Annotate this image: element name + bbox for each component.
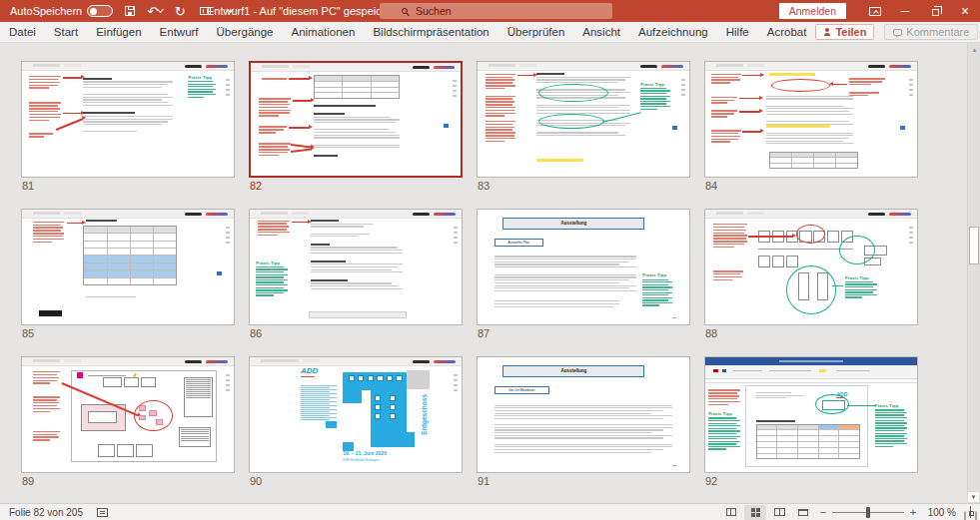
autosave-label: AutoSpeichern bbox=[10, 5, 82, 17]
slide-cell-88[interactable]: Praxis Tipp 88 bbox=[704, 209, 918, 340]
slide-thumbnail-81[interactable]: Praxis Tipp bbox=[21, 61, 235, 178]
slide-thumbnail-82[interactable] bbox=[249, 61, 463, 178]
ribbon-display-options-button[interactable] bbox=[860, 0, 890, 22]
scrollbar-thumb[interactable] bbox=[969, 227, 979, 264]
fit-to-window-button[interactable] bbox=[964, 506, 976, 518]
slide-number: 82 bbox=[249, 180, 463, 192]
scrollbar-up-icon[interactable]: ▲ bbox=[968, 43, 980, 56]
red-arrow bbox=[739, 98, 760, 100]
red-arrow bbox=[291, 149, 312, 153]
tab-entwurf[interactable]: Entwurf bbox=[151, 22, 208, 43]
minimize-button[interactable]: ─ bbox=[890, 0, 920, 22]
praxis-tipp-label: Praxis Tipp bbox=[845, 275, 877, 280]
slide-cell-87[interactable]: Ausstellung Aussteller-Plan Praxis Tipp … bbox=[477, 209, 690, 340]
slide-cell-82[interactable]: 82 bbox=[249, 61, 463, 193]
slide-thumbnail-90[interactable]: ADD bbox=[249, 356, 463, 473]
slide-number: 81 bbox=[21, 180, 235, 192]
red-arrow bbox=[63, 77, 82, 79]
zoom-out-button[interactable]: − bbox=[816, 505, 830, 520]
undo-dropdown-icon[interactable] bbox=[157, 6, 164, 13]
reading-view-button[interactable] bbox=[768, 505, 790, 520]
comments-button[interactable]: Kommentare bbox=[884, 24, 978, 40]
side-icon-strip bbox=[454, 371, 458, 394]
slide-cell-89[interactable]: 89 bbox=[21, 356, 235, 488]
slide-cell-84[interactable]: 84 bbox=[704, 61, 918, 193]
autosave-toggle[interactable]: AutoSpeichern bbox=[10, 5, 113, 17]
slide-thumbnail-84[interactable] bbox=[704, 61, 918, 178]
ausstellung-label: Ausstellung bbox=[561, 221, 587, 226]
slide-sorter-view-button[interactable] bbox=[744, 505, 766, 520]
zoom-slider[interactable] bbox=[832, 505, 904, 520]
undo-button[interactable]: ↶ bbox=[147, 3, 163, 19]
save-button[interactable] bbox=[122, 3, 138, 19]
slide-thumbnail-91[interactable]: Ausstellung Vor-Ort-Mitarbeiter bbox=[477, 356, 690, 473]
slide-cell-86[interactable]: Praxis Tipp 86 bbox=[249, 209, 463, 340]
booth-square bbox=[390, 404, 396, 410]
share-icon bbox=[823, 28, 831, 36]
slide-thumbnail-87[interactable]: Ausstellung Aussteller-Plan Praxis Tipp bbox=[477, 209, 690, 325]
sign-in-button[interactable]: Anmelden bbox=[779, 3, 846, 19]
tab-bildschirmpraesentation[interactable]: Bildschirmpräsentation bbox=[364, 22, 497, 43]
side-icon-strip bbox=[226, 76, 230, 99]
slide-cell-83[interactable]: Praxis Tipp 83 bbox=[477, 61, 690, 193]
slide-thumbnail-85[interactable] bbox=[21, 209, 235, 325]
slide-thumbnail-89[interactable] bbox=[21, 356, 235, 473]
tab-animationen[interactable]: Animationen bbox=[282, 22, 364, 43]
notes-button[interactable] bbox=[97, 508, 108, 517]
search-input[interactable]: Suchen bbox=[380, 3, 612, 19]
document-text bbox=[494, 442, 672, 454]
event-date: 19. – 21. Juni 2025 bbox=[343, 450, 387, 456]
tab-ansicht[interactable]: Ansicht bbox=[573, 22, 629, 43]
tab-acrobat[interactable]: Acrobat bbox=[758, 22, 816, 43]
slide-number: 86 bbox=[249, 327, 463, 339]
share-button[interactable]: Teilen bbox=[815, 24, 874, 40]
slide-thumbnail-88[interactable]: Praxis Tipp bbox=[704, 209, 918, 325]
zoom-slider-handle[interactable] bbox=[866, 507, 870, 518]
legend-box bbox=[184, 377, 213, 417]
slide-cell-91[interactable]: Ausstellung Vor-Ort-Mitarbeiter 91 bbox=[477, 356, 690, 488]
red-annotation bbox=[29, 132, 52, 139]
autosave-switch-icon[interactable] bbox=[87, 5, 113, 17]
reading-view-icon bbox=[774, 508, 785, 516]
slide-sorter-canvas: Praxis Tipp 81 bbox=[0, 43, 980, 503]
tab-datei[interactable]: Datei bbox=[0, 22, 45, 43]
slide-number: 84 bbox=[704, 180, 918, 192]
comments-label: Kommentare bbox=[906, 26, 969, 38]
word-title-bar bbox=[705, 357, 917, 365]
restore-button[interactable] bbox=[920, 0, 950, 22]
normal-view-button[interactable] bbox=[720, 505, 742, 520]
filmstrip-selected-marker bbox=[444, 124, 449, 128]
room-box bbox=[136, 444, 153, 457]
room-box bbox=[103, 377, 122, 387]
slide-thumbnail-92[interactable]: Praxis Tipp Praxis Tipp ADD bbox=[704, 356, 918, 473]
tab-aufzeichnung[interactable]: Aufzeichnung bbox=[629, 22, 717, 43]
close-button[interactable]: × bbox=[950, 0, 980, 22]
slide-thumbnail-83[interactable]: Praxis Tipp bbox=[477, 61, 690, 178]
slideshow-view-button[interactable] bbox=[792, 505, 814, 520]
green-tip: Praxis Tipp bbox=[642, 272, 672, 307]
redo-button[interactable]: ↻ bbox=[172, 3, 188, 19]
slide-cell-92[interactable]: Praxis Tipp Praxis Tipp ADD bbox=[704, 356, 918, 488]
booth-box bbox=[786, 256, 798, 267]
document-text bbox=[494, 403, 672, 421]
tab-hilfe[interactable]: Hilfe bbox=[717, 22, 758, 43]
green-tip: Praxis Tipp bbox=[188, 75, 216, 99]
slide-cell-81[interactable]: Praxis Tipp 81 bbox=[21, 61, 235, 193]
vertical-scrollbar[interactable]: ▲ bbox=[967, 43, 980, 491]
tab-einfuegen[interactable]: Einfügen bbox=[87, 22, 150, 43]
red-arrow bbox=[67, 223, 84, 225]
tab-uebergaenge[interactable]: Übergänge bbox=[208, 22, 283, 43]
red-annotation bbox=[713, 269, 743, 282]
slide-thumbnail-86[interactable]: Praxis Tipp bbox=[249, 209, 463, 325]
status-bar-left: Folie 82 von 205 bbox=[0, 507, 108, 518]
zoom-level[interactable]: 100 % bbox=[922, 507, 958, 518]
slide-number: 89 bbox=[21, 475, 235, 487]
zoom-in-button[interactable]: + bbox=[906, 505, 920, 520]
tab-start[interactable]: Start bbox=[45, 22, 87, 43]
word-ribbon bbox=[705, 365, 917, 379]
slide-cell-90[interactable]: ADD bbox=[249, 356, 463, 488]
red-annotation bbox=[33, 395, 61, 413]
scrollbar-down-icon[interactable]: ▼ bbox=[967, 491, 980, 503]
tab-ueberpruefen[interactable]: Überprüfen bbox=[498, 22, 574, 43]
slide-cell-85[interactable]: 85 bbox=[21, 209, 235, 340]
